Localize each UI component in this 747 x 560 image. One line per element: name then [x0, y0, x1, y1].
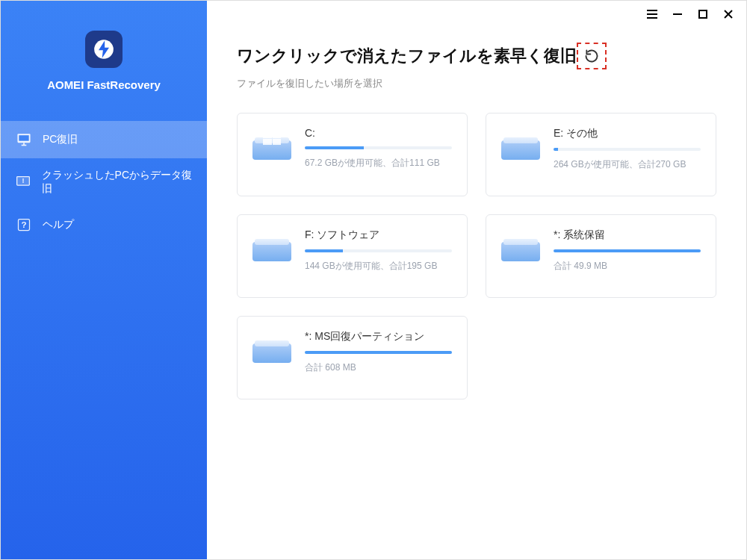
drive-label: *: 系统保留 [554, 228, 701, 242]
drive-icon [501, 128, 540, 160]
content: ワンクリックで消えたファイルを素早く復旧 ファイルを復旧したい場所を選択 C: … [207, 28, 746, 399]
drive-card-system-reserved[interactable]: *: 系统保留 合計 49.9 MB [486, 214, 716, 298]
drive-stats: 144 GBが使用可能、合計195 GB [305, 260, 452, 273]
svg-text:!: ! [22, 177, 25, 184]
drive-stats: 合計 49.9 MB [554, 260, 701, 273]
page-title: ワンクリックで消えたファイルを素早く復旧 [237, 45, 577, 67]
sidebar-item-label: PC復旧 [43, 133, 78, 146]
drive-icon [252, 128, 291, 160]
usage-bar-fill [305, 146, 364, 149]
drive-label: E: その他 [554, 127, 701, 140]
sidebar-item-help[interactable]: ? ヘルプ [1, 206, 207, 243]
svg-rect-13 [699, 10, 707, 18]
sidebar: AOMEI FastRecovery PC復旧 ! クラッシュしたPCからデータ… [1, 1, 207, 559]
drives-grid: C: 67.2 GBが使用可能、合計111 GB E: その他 264 GBが使… [237, 113, 716, 399]
sidebar-nav: PC復旧 ! クラッシュしたPCからデータ復旧 ? ヘルプ [1, 121, 207, 243]
brand-name: AOMEI FastRecovery [47, 78, 161, 91]
drive-icon [501, 230, 540, 261]
drive-label: F: ソフトウェア [305, 228, 452, 242]
titlebar [207, 1, 746, 28]
help-icon: ? [16, 217, 32, 233]
usage-bar [305, 249, 452, 252]
svg-rect-2 [19, 134, 30, 141]
main: ワンクリックで消えたファイルを素早く復旧 ファイルを復旧したい場所を選択 C: … [207, 1, 746, 559]
drive-label: C: [305, 127, 452, 139]
refresh-highlight [577, 43, 607, 69]
page-subtitle: ファイルを復旧したい場所を選択 [237, 77, 716, 90]
usage-bar-fill [554, 249, 701, 252]
sidebar-item-label: クラッシュしたPCからデータ復旧 [42, 169, 192, 196]
svg-text:?: ? [21, 220, 26, 229]
maximize-button[interactable] [697, 8, 709, 20]
minimize-button[interactable] [672, 8, 684, 20]
usage-bar [305, 351, 452, 354]
windows-logo-icon [263, 131, 281, 145]
drive-stats: 合計 608 MB [305, 361, 452, 374]
drive-card-ms-recovery[interactable]: *: MS回復パーティション 合計 608 MB [237, 316, 468, 399]
heading-row: ワンクリックで消えたファイルを素早く復旧 [237, 43, 716, 69]
sidebar-item-crashed-pc[interactable]: ! クラッシュしたPCからデータ復旧 [1, 158, 207, 206]
brand-logo-icon [85, 31, 123, 68]
sidebar-item-label: ヘルプ [43, 218, 74, 231]
usage-bar-fill [305, 351, 452, 354]
drive-card-e[interactable]: E: その他 264 GBが使用可能、合計270 GB [486, 113, 716, 196]
drive-stats: 264 GBが使用可能、合計270 GB [554, 158, 701, 171]
refresh-button[interactable] [580, 45, 603, 67]
drive-label: *: MS回復パーティション [305, 330, 452, 343]
drive-icon [252, 230, 291, 261]
usage-bar-fill [554, 148, 558, 151]
sidebar-item-pc-recovery[interactable]: PC復旧 [1, 121, 207, 158]
usage-bar [554, 249, 701, 252]
drive-card-f[interactable]: F: ソフトウェア 144 GBが使用可能、合計195 GB [237, 214, 468, 298]
alert-icon: ! [16, 174, 31, 190]
drive-card-c[interactable]: C: 67.2 GBが使用可能、合計111 GB [237, 113, 468, 196]
drive-stats: 67.2 GBが使用可能、合計111 GB [305, 157, 452, 169]
usage-bar [554, 148, 701, 151]
usage-bar-fill [305, 249, 343, 252]
usage-bar [305, 146, 452, 149]
drive-icon [252, 332, 291, 363]
monitor-icon [16, 131, 32, 148]
menu-button[interactable] [646, 8, 658, 20]
close-button[interactable] [722, 8, 734, 20]
brand: AOMEI FastRecovery [1, 31, 207, 91]
